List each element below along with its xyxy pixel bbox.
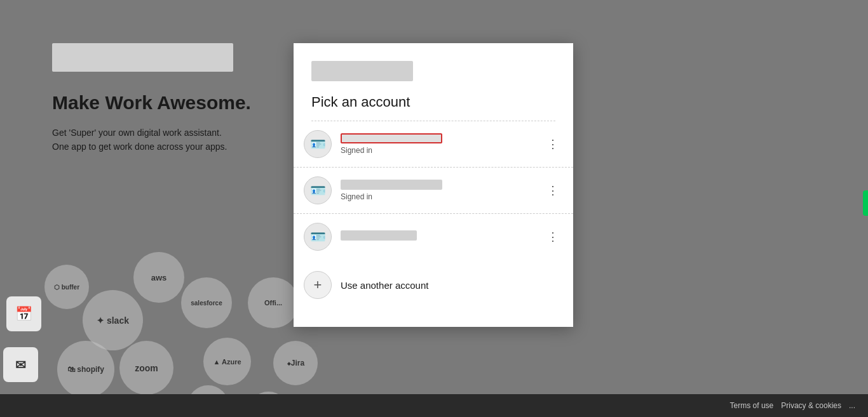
account-avatar-1: 🪪 (304, 130, 332, 158)
calendar-icon: 📅 (6, 296, 41, 331)
salesforce-icon: salesforce (181, 277, 232, 328)
use-another-account-button[interactable]: + Use another account (294, 262, 573, 308)
account-status-2: Signed in (341, 192, 543, 201)
user-card-icon-3: 🪪 (310, 229, 326, 244)
pick-account-dialog: Pick an account 🪪 Signed in ⋮ 🪪 Signed i… (294, 43, 573, 327)
account-name-3 (341, 230, 417, 241)
plus-icon: + (304, 271, 332, 299)
account-avatar-2: 🪪 (304, 176, 332, 204)
account-info-3 (341, 230, 543, 243)
shopify-icon: 🛍 shopify (57, 341, 114, 398)
account-info-1: Signed in (341, 133, 543, 155)
account-item-1[interactable]: 🪪 Signed in ⋮ (294, 121, 573, 168)
account-avatar-3: 🪪 (304, 223, 332, 251)
modal-title: Pick an account (311, 94, 555, 121)
terms-of-use-link[interactable]: Terms of use (730, 401, 774, 410)
footer-bar: Terms of use Privacy & cookies ... (0, 394, 868, 417)
buffer-icon: ⬡ buffer (44, 265, 89, 309)
account-name-2 (341, 180, 442, 190)
account-menu-button-3[interactable]: ⋮ (543, 227, 563, 247)
user-card-icon-2: 🪪 (310, 183, 326, 198)
account-info-2: Signed in (341, 180, 543, 201)
account-item-2[interactable]: 🪪 Signed in ⋮ (294, 168, 573, 214)
use-another-label: Use another account (341, 280, 428, 291)
account-name-1 (341, 133, 442, 143)
modal-logo (311, 61, 413, 81)
app-icons-grid: ⬡ buffer aws ✦ slack salesforce Offi... … (0, 214, 299, 379)
jira-icon: ⬥Jira (273, 341, 318, 385)
zoom-icon: zoom (119, 341, 173, 395)
email-icon: ✉ (3, 347, 38, 382)
bg-headline: Make Work Awesome. (52, 92, 251, 114)
green-accent-bar (863, 190, 868, 216)
bg-logo (52, 43, 233, 72)
account-status-1: Signed in (341, 146, 543, 155)
account-item-3[interactable]: 🪪 ⋮ (294, 214, 573, 260)
account-menu-button-2[interactable]: ⋮ (543, 180, 563, 201)
footer-ellipsis[interactable]: ... (849, 401, 855, 410)
aws-icon: aws (133, 252, 184, 303)
user-card-icon-1: 🪪 (310, 136, 326, 152)
account-menu-button-1[interactable]: ⋮ (543, 134, 563, 154)
privacy-cookies-link[interactable]: Privacy & cookies (781, 401, 841, 410)
bg-subtext: Get 'Super' your own digital work assist… (52, 126, 227, 154)
azure-icon: ▲ Azure (203, 338, 251, 385)
office365-icon: Offi... (248, 277, 299, 328)
